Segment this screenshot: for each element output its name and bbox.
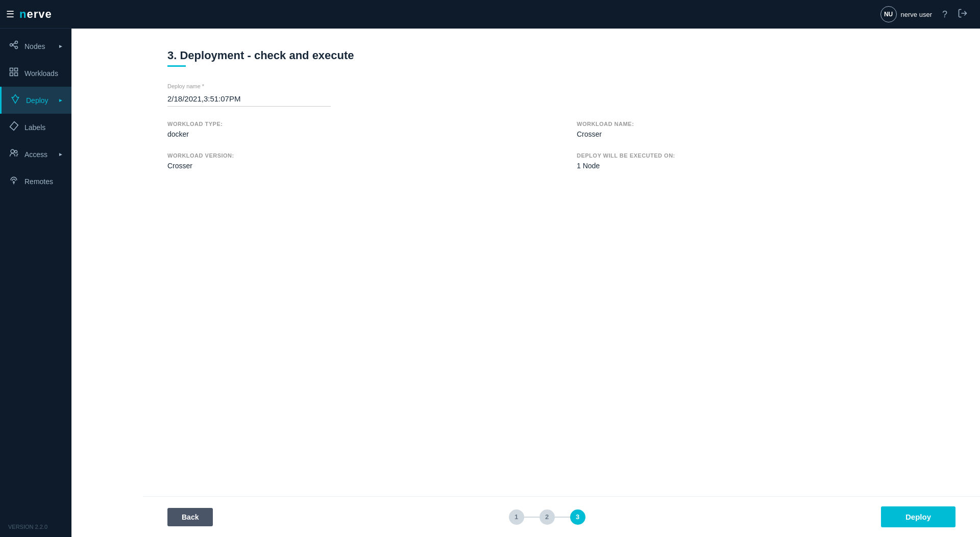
svg-point-2 — [15, 46, 18, 49]
svg-point-1 — [15, 41, 18, 44]
svg-point-0 — [10, 44, 13, 46]
svg-point-11 — [15, 150, 17, 153]
sidebar-item-remotes[interactable]: Remotes — [0, 168, 71, 195]
sidebar-item-labels-label: Labels — [24, 123, 45, 132]
remotes-icon — [8, 175, 19, 188]
nodes-icon — [8, 40, 19, 53]
workload-version-value: Crosser — [167, 162, 546, 170]
access-icon — [8, 148, 19, 161]
sidebar-item-remotes-label: Remotes — [24, 177, 53, 186]
workload-type-label: WORKLOAD TYPE: — [167, 121, 546, 127]
sidebar-item-nodes[interactable]: Nodes ► — [0, 33, 71, 60]
svg-rect-8 — [15, 73, 18, 76]
sidebar-header: ☰ nerve — [0, 0, 71, 29]
help-icon[interactable]: ? — [942, 9, 947, 20]
sidebar-item-deploy[interactable]: Deploy ► — [0, 87, 71, 114]
sidebar-item-access-label: Access — [24, 150, 47, 159]
svg-rect-7 — [10, 73, 13, 76]
hamburger-icon[interactable]: ☰ — [6, 9, 14, 20]
workload-type-value: docker — [167, 130, 546, 138]
user-info: NU nerve user — [880, 6, 932, 22]
main-content: 3. Deployment - check and execute Deploy… — [143, 29, 980, 537]
step-3-circle: 3 — [570, 509, 585, 525]
topbar: NU nerve user ? — [71, 0, 980, 29]
step-1-circle: 1 — [509, 509, 524, 525]
deploy-executed-item: DEPLOY WILL BE EXECUTED ON: 1 Node — [577, 152, 955, 170]
step-line-2 — [555, 517, 570, 518]
version-label: VERSION 2.2.0 — [0, 517, 71, 537]
deploy-executed-value: 1 Node — [577, 162, 955, 170]
step-2-circle: 2 — [540, 509, 555, 525]
sidebar-item-labels[interactable]: Labels — [0, 114, 71, 141]
sidebar-item-workloads[interactable]: Workloads — [0, 60, 71, 87]
deploy-name-group: Deploy name * 2/18/2021,3:51:07PM — [167, 83, 955, 107]
step-line-1 — [524, 517, 540, 518]
title-underline — [167, 65, 186, 67]
chevron-right-icon-deploy: ► — [58, 97, 63, 103]
svg-rect-6 — [15, 68, 18, 71]
step-indicator: 1 2 3 — [509, 509, 585, 525]
workload-version-label: WORKLOAD VERSION: — [167, 152, 546, 159]
svg-line-3 — [13, 43, 15, 45]
sidebar-item-access[interactable]: Access ► — [0, 141, 71, 168]
svg-point-12 — [13, 182, 15, 183]
workload-name-item: WORKLOAD NAME: Crosser — [577, 121, 955, 138]
workload-type-item: WORKLOAD TYPE: docker — [167, 121, 546, 138]
workload-name-label: WORKLOAD NAME: — [577, 121, 955, 127]
labels-icon — [8, 121, 19, 134]
svg-line-4 — [13, 45, 15, 47]
svg-marker-9 — [10, 122, 18, 131]
nav-items: Nodes ► Workloads Deploy ► — [0, 29, 71, 517]
deploy-executed-label: DEPLOY WILL BE EXECUTED ON: — [577, 152, 955, 159]
sidebar-item-nodes-label: Nodes — [24, 42, 45, 50]
content-area: 3. Deployment - check and execute Deploy… — [143, 29, 980, 537]
deploy-name-label: Deploy name * — [167, 83, 955, 89]
workloads-icon — [8, 67, 19, 80]
page-title: 3. Deployment - check and execute — [167, 49, 955, 62]
username-label: nerve user — [901, 11, 932, 18]
info-grid: WORKLOAD TYPE: docker WORKLOAD NAME: Cro… — [167, 121, 955, 170]
bottom-bar: Back 1 2 3 Deploy — [143, 496, 980, 537]
sidebar: ☰ nerve Nodes ► Workload — [0, 0, 71, 537]
sidebar-item-deploy-label: Deploy — [26, 96, 48, 105]
logo: nerve — [19, 8, 52, 21]
sidebar-item-workloads-label: Workloads — [24, 69, 58, 78]
avatar: NU — [880, 6, 897, 22]
chevron-right-icon: ► — [58, 43, 63, 49]
svg-point-10 — [11, 149, 14, 153]
deploy-icon — [10, 94, 21, 107]
svg-rect-5 — [10, 68, 13, 71]
back-button[interactable]: Back — [167, 508, 213, 526]
deploy-name-value: 2/18/2021,3:51:07PM — [167, 91, 331, 107]
workload-name-value: Crosser — [577, 130, 955, 138]
deploy-button[interactable]: Deploy — [881, 506, 955, 527]
logout-icon[interactable] — [958, 8, 968, 21]
workload-version-item: WORKLOAD VERSION: Crosser — [167, 152, 546, 170]
chevron-right-icon-access: ► — [58, 151, 63, 157]
